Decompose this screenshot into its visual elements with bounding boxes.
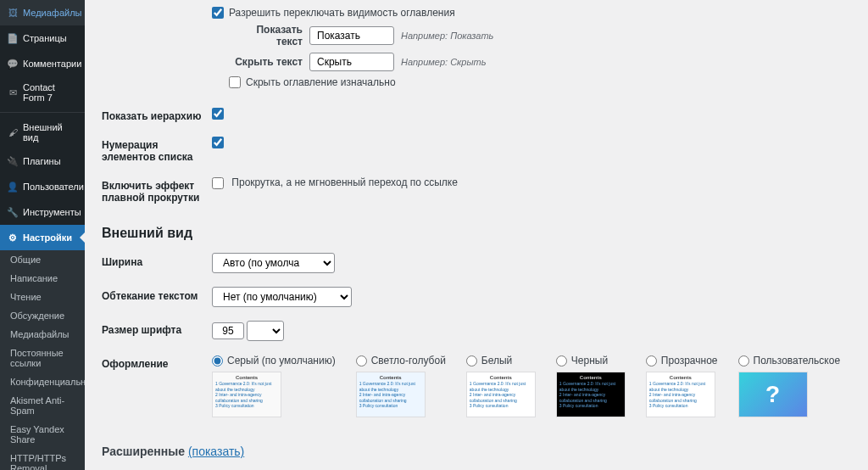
show-text-input[interactable]	[309, 26, 394, 45]
users-icon: 👤	[6, 180, 19, 193]
advanced-show-link[interactable]: (показать)	[188, 445, 244, 458]
pres-trans-preview: Contents1 Governance 2.0: It's not just …	[646, 372, 715, 417]
width-select[interactable]: Авто (по умолчанию)	[212, 253, 335, 273]
sub-general[interactable]: Общие	[0, 250, 85, 269]
pres-grey-preview: Contents1 Governance 2.0: It's not just …	[212, 372, 281, 417]
width-label: Ширина	[102, 253, 212, 268]
toggle-visibility-checkbox[interactable]	[212, 7, 224, 19]
pres-white-preview: Contents1 Governance 2.0: It's not just …	[466, 372, 536, 417]
smooth-scroll-checkbox[interactable]	[212, 177, 224, 189]
smooth-scroll-desc: Прокрутка, а не мгновенный переход по сс…	[231, 176, 458, 188]
pres-black-preview: Contents1 Governance 2.0: It's not just …	[556, 372, 626, 417]
advanced-heading: Расширенные (показать)	[102, 445, 851, 458]
presentation-label: Оформление	[102, 355, 212, 370]
sub-discussion[interactable]: Обсуждение	[0, 306, 85, 325]
fontsize-unit-select[interactable]: %	[247, 321, 284, 341]
fontsize-input[interactable]	[212, 322, 244, 339]
menu-cf7[interactable]: ✉Contact Form 7	[0, 76, 85, 109]
pres-black-label: Черный	[571, 355, 608, 366]
pres-white-label: Белый	[481, 355, 512, 366]
pres-trans-label: Прозрачное	[661, 355, 718, 366]
mail-icon: ✉	[6, 86, 19, 99]
tools-icon: 🔧	[6, 205, 19, 219]
hide-initial-label: Скрыть оглавление изначально	[246, 76, 396, 88]
hide-initial-checkbox[interactable]	[229, 76, 241, 88]
menu-comments[interactable]: 💬Комментарии	[0, 51, 85, 76]
show-text-hint: Например: Показать	[401, 31, 493, 41]
sub-httpremoval[interactable]: HTTP/HTTPs Removal Settings	[0, 449, 85, 470]
sub-permalinks[interactable]: Постоянные ссылки	[0, 344, 85, 372]
numbering-checkbox[interactable]	[212, 137, 224, 148]
hide-text-input[interactable]	[309, 53, 394, 71]
settings-submenu: Общие Написание Чтение Обсуждение Медиаф…	[0, 250, 85, 470]
admin-sidebar: 🖼Медиафайлы 📄Страницы 💬Комментарии ✉Cont…	[0, 0, 85, 470]
sub-akismet[interactable]: Akismet Anti-Spam	[0, 391, 85, 420]
plugins-icon: 🔌	[6, 154, 19, 168]
pres-lightblue-label: Светло-голубой	[371, 355, 446, 366]
pres-custom-label: Пользовательское	[754, 355, 841, 366]
menu-tools[interactable]: 🔧Инструменты	[0, 199, 85, 225]
pres-lightblue-radio[interactable]	[356, 355, 367, 366]
pres-lightblue-preview: Contents1 Governance 2.0: It's not just …	[356, 372, 426, 417]
numbering-label: Нумерация элементов списка	[102, 136, 212, 163]
sub-privacy[interactable]: Конфиденциальность	[0, 372, 85, 391]
menu-settings[interactable]: ⚙Настройки	[0, 225, 85, 250]
menu-users[interactable]: 👤Пользователи	[0, 174, 85, 199]
fontsize-label: Размер шрифта	[102, 321, 212, 336]
menu-media[interactable]: 🖼Медиафайлы	[0, 0, 85, 25]
sub-reading[interactable]: Чтение	[0, 288, 85, 306]
smooth-scroll-label: Включить эффект плавной прокрутки	[102, 176, 212, 204]
settings-icon: ⚙	[6, 231, 19, 244]
main-content: Разрешить переключать видимость оглавлен…	[85, 0, 868, 470]
pages-icon: 📄	[6, 31, 19, 45]
pres-custom-preview	[738, 372, 808, 417]
pres-black-radio[interactable]	[556, 355, 567, 366]
hide-text-label: Скрыть текст	[229, 56, 309, 68]
menu-appearance[interactable]: 🖌Внешний вид	[0, 116, 85, 148]
hierarchy-checkbox[interactable]	[212, 108, 224, 120]
pres-grey-radio[interactable]	[212, 355, 223, 366]
sub-media[interactable]: Медиафайлы	[0, 325, 85, 344]
show-text-label: Показать текст	[229, 24, 309, 48]
sub-writing[interactable]: Написание	[0, 269, 85, 288]
brush-icon: 🖌	[6, 126, 19, 139]
pres-grey-label: Серый (по умолчанию)	[227, 355, 336, 366]
wrap-select[interactable]: Нет (по умолчанию)	[212, 287, 352, 307]
hierarchy-label: Показать иерархию	[102, 107, 212, 122]
pres-trans-radio[interactable]	[646, 355, 657, 366]
media-icon: 🖼	[6, 6, 19, 20]
wrap-label: Обтекание текстом	[102, 287, 212, 302]
pres-custom-radio[interactable]	[738, 355, 749, 366]
appearance-heading: Внешний вид	[102, 226, 851, 241]
hide-text-hint: Например: Скрыть	[401, 57, 486, 67]
comments-icon: 💬	[6, 57, 19, 70]
sub-yandex[interactable]: Easy Yandex Share	[0, 420, 85, 449]
menu-plugins[interactable]: 🔌Плагины	[0, 148, 85, 174]
pres-white-radio[interactable]	[466, 355, 477, 366]
menu-pages[interactable]: 📄Страницы	[0, 25, 85, 51]
toggle-visibility-label: Разрешить переключать видимость оглавлен…	[229, 7, 455, 19]
